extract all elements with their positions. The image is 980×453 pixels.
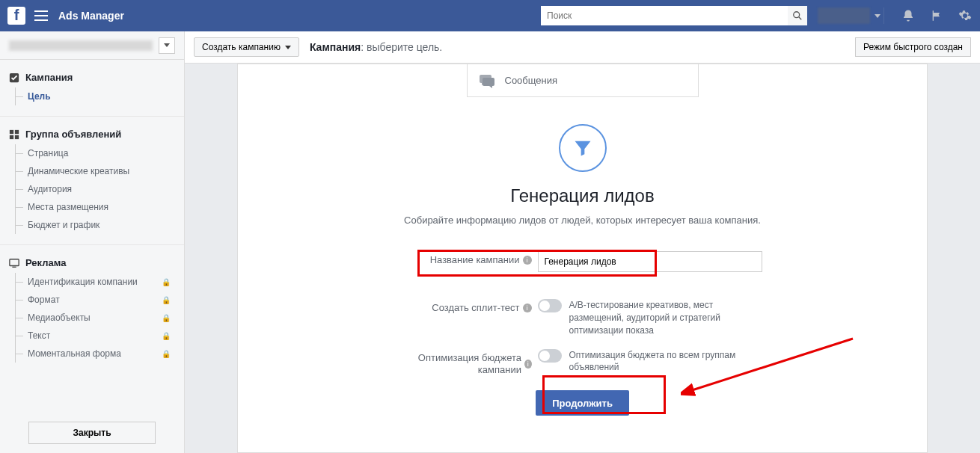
nav-item-placements[interactable]: Места размещения <box>16 198 184 216</box>
facebook-logo[interactable]: f <box>7 7 25 25</box>
budget-opt-toggle[interactable] <box>538 349 562 363</box>
grid-icon <box>9 129 19 140</box>
nav-adset-header[interactable]: Группа объявлений <box>0 124 184 144</box>
search-input[interactable] <box>541 6 788 25</box>
messages-icon <box>478 72 496 90</box>
nav-item-goal[interactable]: Цель <box>16 87 184 105</box>
app-title: Ads Manager <box>58 10 124 22</box>
flag-icon[interactable] <box>929 8 944 23</box>
monitor-icon <box>9 258 19 268</box>
lock-icon: 🔒 <box>162 296 171 304</box>
breadcrumb: Кампания: выберите цель. <box>310 41 442 53</box>
objective-option-messages[interactable]: Сообщения <box>467 64 699 97</box>
campaign-name-input[interactable] <box>538 251 762 272</box>
info-icon[interactable]: i <box>523 303 532 312</box>
budget-opt-description: Оптимизация бюджета по всем группам объя… <box>569 349 762 375</box>
settings-gear-icon[interactable] <box>958 8 973 23</box>
nav-item-text[interactable]: Текст🔒 <box>16 327 184 345</box>
info-icon[interactable]: i <box>523 256 532 265</box>
split-test-description: A/B-тестирование креативов, мест размеще… <box>569 299 762 336</box>
svg-rect-3 <box>10 129 13 133</box>
quick-mode-button[interactable]: Режим быстрого создан <box>855 37 971 57</box>
caret-down-icon <box>875 14 881 18</box>
close-button[interactable]: Закрыть <box>28 422 156 444</box>
svg-rect-7 <box>10 259 19 265</box>
lock-icon: 🔒 <box>162 350 171 358</box>
lock-icon: 🔒 <box>162 314 171 322</box>
funnel-icon <box>559 124 607 172</box>
info-icon[interactable]: i <box>524 360 532 369</box>
notifications-icon[interactable] <box>901 8 916 23</box>
budget-opt-label: Оптимизация бюджета кампанииi <box>403 349 538 378</box>
campaign-name-label: Название кампанииi <box>403 251 538 265</box>
nav-item-budget[interactable]: Бюджет и график <box>16 216 184 234</box>
svg-line-1 <box>799 17 802 20</box>
svg-rect-5 <box>10 135 13 138</box>
nav-ad-header[interactable]: Реклама <box>0 253 184 273</box>
split-test-toggle[interactable] <box>538 299 562 312</box>
svg-rect-6 <box>15 135 19 138</box>
nav-item-instantform[interactable]: Моментальная форма🔒 <box>16 345 184 363</box>
account-dropdown[interactable] <box>0 31 184 60</box>
nav-item-page[interactable]: Страница <box>16 144 184 162</box>
caret-down-icon <box>164 43 170 47</box>
svg-rect-4 <box>15 129 19 133</box>
continue-button[interactable]: Продолжить <box>536 390 629 416</box>
search-icon <box>792 10 803 21</box>
lock-icon: 🔒 <box>162 278 171 286</box>
caret-down-icon <box>285 46 291 49</box>
lock-icon: 🔒 <box>162 332 171 340</box>
svg-point-0 <box>794 12 800 18</box>
nav-item-audience[interactable]: Аудитория <box>16 180 184 198</box>
checkbox-icon <box>9 73 19 83</box>
split-test-label: Создать сплит-тестi <box>403 299 538 313</box>
nav-item-dynamic[interactable]: Динамические креативы <box>16 162 184 180</box>
account-selector[interactable] <box>818 7 870 24</box>
nav-item-media[interactable]: Медиаобъекты🔒 <box>16 309 184 327</box>
nav-item-format[interactable]: Формат🔒 <box>16 291 184 309</box>
create-campaign-dropdown[interactable]: Создать кампанию <box>194 37 299 57</box>
search-button[interactable] <box>788 6 807 25</box>
nav-item-identity[interactable]: Идентификация компании🔒 <box>16 273 184 291</box>
hamburger-icon[interactable] <box>34 10 48 21</box>
objective-description: Собирайте информацию лидов от людей, кот… <box>388 214 777 227</box>
objective-heading: Генерация лидов <box>238 185 927 206</box>
nav-campaign-header[interactable]: Кампания <box>0 67 184 87</box>
